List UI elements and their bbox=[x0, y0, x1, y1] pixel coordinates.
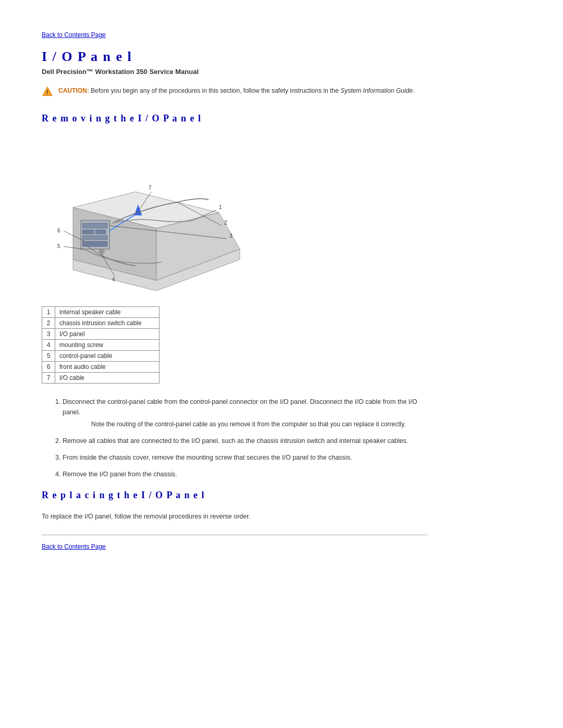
caution-italic: System Information Guide bbox=[340, 87, 413, 94]
caution-box: ! CAUTION: Before you begin any of the p… bbox=[42, 86, 427, 97]
replace-text: To replace the I/O panel, follow the rem… bbox=[42, 511, 427, 522]
svg-rect-11 bbox=[82, 236, 107, 240]
part-number: 5 bbox=[42, 351, 55, 362]
replacing-heading: R e p l a c i n g t h e I / O P a n e l bbox=[42, 490, 427, 501]
back-link-top[interactable]: Back to Contents Page bbox=[42, 31, 427, 39]
part-label: mounting screw bbox=[55, 340, 160, 351]
removing-heading: R e m o v i n g t h e I / O P a n e l bbox=[42, 113, 427, 124]
svg-rect-9 bbox=[82, 230, 94, 234]
instructions-list: Disconnect the control-panel cable from … bbox=[63, 397, 427, 479]
instruction-note: Note the routing of the control-panel ca… bbox=[91, 419, 427, 429]
part-number: 2 bbox=[42, 318, 55, 329]
instruction-item: Remove all cables that are connected to … bbox=[63, 436, 427, 446]
table-row: 4mounting screw bbox=[42, 340, 160, 351]
caution-end: . bbox=[413, 87, 414, 94]
svg-text:3: 3 bbox=[229, 233, 232, 239]
caution-text: CAUTION: Before you begin any of the pro… bbox=[58, 86, 414, 95]
part-number: 3 bbox=[42, 329, 55, 340]
table-row: 3I/O panel bbox=[42, 329, 160, 340]
diagram-container: 1 2 3 4 5 6 7 bbox=[42, 134, 427, 291]
caution-label: CAUTION: bbox=[58, 87, 89, 94]
divider bbox=[42, 535, 427, 535]
table-row: 5control-panel cable bbox=[42, 351, 160, 362]
svg-text:2: 2 bbox=[224, 220, 227, 226]
page-title: I / O P a n e l bbox=[42, 49, 427, 65]
svg-text:!: ! bbox=[46, 89, 48, 95]
back-link-bottom[interactable]: Back to Contents Page bbox=[42, 543, 427, 550]
instruction-item: From inside the chassis cover, remove th… bbox=[63, 452, 427, 463]
svg-text:4: 4 bbox=[112, 277, 115, 282]
part-label: front audio cable bbox=[55, 362, 160, 373]
part-label: control-panel cable bbox=[55, 351, 160, 362]
svg-rect-10 bbox=[95, 230, 106, 234]
part-label: I/O panel bbox=[55, 329, 160, 340]
part-label: chassis intrusion switch cable bbox=[55, 318, 160, 329]
part-number: 7 bbox=[42, 373, 55, 384]
part-label: I/O cable bbox=[55, 373, 160, 384]
instruction-item: Remove the I/O panel from the chassis. bbox=[63, 469, 427, 479]
part-number: 1 bbox=[42, 307, 55, 318]
svg-text:7: 7 bbox=[149, 185, 152, 191]
io-panel-diagram: 1 2 3 4 5 6 7 bbox=[42, 134, 261, 291]
part-label: internal speaker cable bbox=[55, 307, 160, 318]
part-number: 6 bbox=[42, 362, 55, 373]
page-subtitle: Dell Precision™ Workstation 350 Service … bbox=[42, 68, 427, 76]
caution-icon: ! bbox=[42, 86, 53, 97]
part-number: 4 bbox=[42, 340, 55, 351]
svg-text:6: 6 bbox=[57, 228, 60, 233]
parts-table: 1internal speaker cable2chassis intrusio… bbox=[42, 306, 160, 384]
svg-text:1: 1 bbox=[219, 204, 222, 210]
table-row: 2chassis intrusion switch cable bbox=[42, 318, 160, 329]
caution-body: Before you begin any of the procedures i… bbox=[91, 87, 340, 94]
table-row: 6front audio cable bbox=[42, 362, 160, 373]
svg-text:5: 5 bbox=[57, 243, 60, 249]
instruction-item: Disconnect the control-panel cable from … bbox=[63, 397, 427, 417]
svg-rect-8 bbox=[82, 223, 107, 228]
table-row: 7I/O cable bbox=[42, 373, 160, 384]
table-row: 1internal speaker cable bbox=[42, 307, 160, 318]
